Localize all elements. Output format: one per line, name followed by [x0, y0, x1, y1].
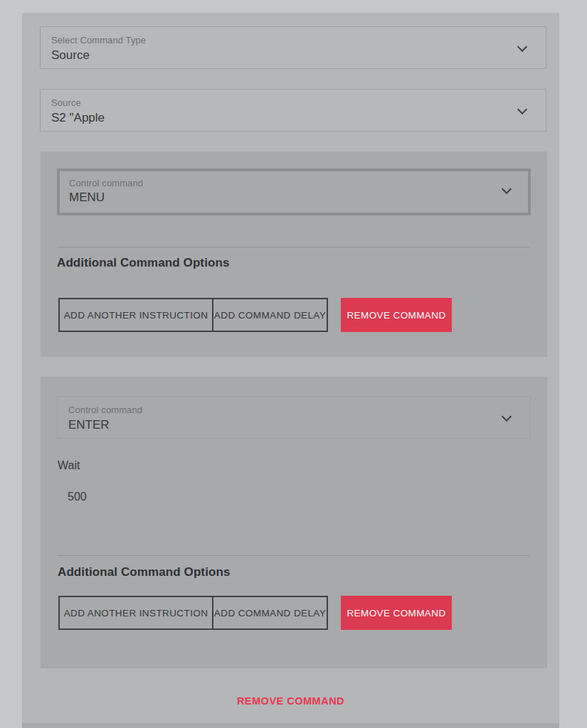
add-command-delay-button[interactable]: ADD COMMAND DELAY: [212, 596, 328, 630]
add-another-instruction-button[interactable]: ADD ANOTHER INSTRUCTION: [58, 298, 213, 332]
control-command-select[interactable]: Control command ENTER: [57, 396, 531, 439]
remove-command-button[interactable]: REMOVE COMMAND: [341, 298, 452, 332]
source-select-value: S2 "Apple: [51, 111, 105, 125]
wait-input[interactable]: [68, 491, 281, 503]
section-divider: [58, 555, 529, 556]
remove-command-button[interactable]: REMOVE COMMAND: [341, 596, 452, 630]
command-type-select-value: Source: [51, 48, 90, 63]
command-type-select-label: Select Command Type: [51, 35, 146, 46]
chevron-down-icon: [502, 184, 512, 194]
chevron-down-icon: [517, 105, 527, 114]
add-command-delay-button[interactable]: ADD COMMAND DELAY: [212, 298, 328, 332]
control-command-select-label: Control command: [68, 405, 142, 415]
remove-link-row: REMOVE COMMAND: [22, 693, 559, 709]
control-command-select-label: Control command: [69, 178, 143, 188]
additional-options-heading: Additional Command Options: [57, 256, 229, 270]
source-select-label: Source: [51, 97, 81, 108]
control-command-select-value: ENTER: [68, 418, 110, 432]
instruction-card-enter: Control command ENTER Wait Additional Co…: [41, 377, 547, 668]
command-type-select[interactable]: Select Command Type Source: [40, 26, 546, 69]
command-form-panel: Select Command Type Source Source S2 "Ap…: [22, 13, 559, 723]
screen: Select Command Type Source Source S2 "Ap…: [0, 0, 587, 728]
chevron-down-icon: [517, 42, 527, 52]
next-card-edge: [22, 723, 559, 728]
button-row: ADD ANOTHER INSTRUCTION ADD COMMAND DELA…: [58, 298, 452, 332]
instruction-card-menu: Control command MENU Additional Command …: [41, 151, 547, 357]
control-command-select[interactable]: Control command MENU: [57, 168, 531, 215]
wait-label: Wait: [58, 459, 80, 472]
chevron-down-icon: [502, 412, 512, 422]
wait-input-underline: [58, 529, 529, 530]
button-row: ADD ANOTHER INSTRUCTION ADD COMMAND DELA…: [58, 596, 452, 630]
source-select[interactable]: Source S2 "Apple: [40, 89, 546, 132]
add-another-instruction-button[interactable]: ADD ANOTHER INSTRUCTION: [58, 596, 213, 630]
remove-command-link[interactable]: REMOVE COMMAND: [237, 695, 344, 707]
section-divider: [57, 247, 530, 247]
control-command-select-value: MENU: [69, 191, 105, 205]
additional-options-heading: Additional Command Options: [58, 565, 230, 579]
